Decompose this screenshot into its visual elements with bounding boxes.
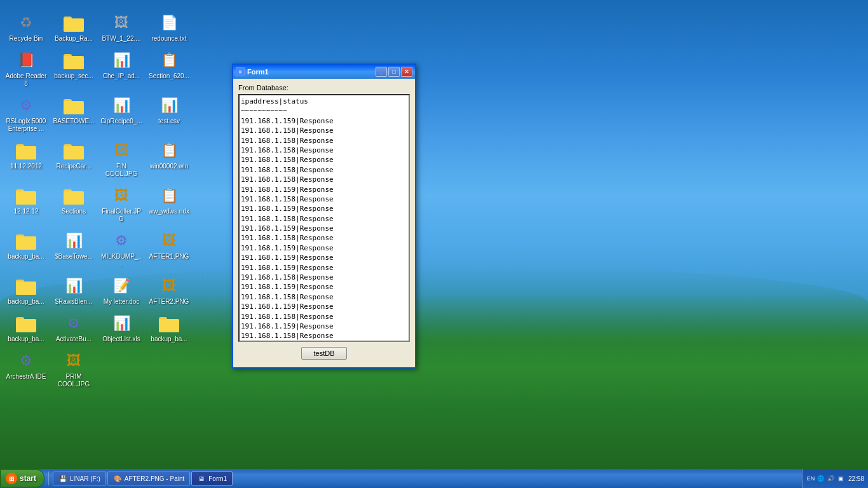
icon-folder [16, 313, 36, 334]
icon-label-milkdump: MILKDUMP_... [100, 253, 142, 268]
desktop-icon-btw-1-22[interactable]: 🖼BTW_1_22.... [98, 10, 144, 46]
list-item: 191.168.1.158|Response [241, 331, 407, 341]
desktop-icon-after1-png[interactable]: 🖼AFTER1.PNG [146, 227, 192, 271]
desktop-icon-basetowe[interactable]: BASETOWE... [51, 92, 97, 136]
desktop-icon-activatebu[interactable]: ⚙ActivateBu... [51, 310, 97, 346]
taskbar-divider [48, 471, 49, 485]
desktop-icon-section-620[interactable]: 📋Section_620... [146, 47, 192, 91]
desktop-icon-objectlist[interactable]: 📊ObjectList.xls [98, 310, 144, 346]
icon-folder [64, 95, 84, 116]
icon-doc: 📋 [159, 140, 179, 161]
desktop-icon-win00002[interactable]: 📋win00002.win [146, 137, 192, 181]
desktop-icon-ciprecipe0[interactable]: 📊CipRecipe0_... [98, 92, 144, 136]
tray-icons: EN 🌐 🔊 ▣ [806, 474, 846, 483]
desktop-icon-backup-ba2[interactable]: backup_ba... [3, 273, 49, 309]
list-item: 191.168.1.159|Response [241, 253, 407, 262]
icon-label-che-ip-ad: Che_IP_ad... [103, 72, 140, 80]
icon-label-backup-ba4: backup_ba... [151, 336, 187, 343]
maximize-button[interactable]: □ [388, 67, 400, 77]
volume-icon: 🔊 [827, 474, 836, 483]
list-item: 191.168.1.159|Response [241, 204, 407, 214]
icon-img: 🖼 [111, 186, 132, 206]
icon-xls: 📊 [64, 231, 84, 251]
list-item: 191.168.1.158|Response [241, 146, 407, 155]
icon-pdf: 📕 [16, 50, 36, 71]
icon-doc: 📋 [159, 50, 179, 71]
icon-label-backup-ba3: backup_ba... [8, 336, 44, 343]
desktop-icon-backup-sec[interactable]: backup_sec... [51, 47, 97, 91]
list-item: 191.168.1.158|Response [241, 312, 407, 322]
desktop-icon-backup-ra[interactable]: Backup_Ra... [51, 10, 97, 46]
icon-xls: 📊 [111, 50, 132, 71]
icon-label-redounce: redounce.txt [151, 35, 186, 43]
list-item: 191.168.1.158|Response [241, 214, 407, 224]
icon-xls: 📊 [111, 313, 132, 334]
desktop-icon-backup-ba1[interactable]: backup_ba... [3, 227, 49, 271]
icon-label-11-12-2012: 11.12.2012 [10, 163, 42, 170]
icon-label-recipecar: RecipeCar... [56, 163, 91, 170]
desktop-icons: ♻Recycle Bin Backup_Ra...🖼BTW_1_22....📄r… [0, 6, 197, 464]
desktop-icon-test-csv[interactable]: 📊test.csv [146, 92, 192, 136]
desktop-icon-sections[interactable]: Sections [51, 182, 97, 226]
desktop-icon-rawsblen[interactable]: 📊$RawsBlen... [51, 273, 97, 309]
desktop-icon-ww-wdws[interactable]: 📋ww_wdws.ndx [146, 182, 192, 226]
taskbar: ⊞ start 💾LINAR (F:)🎨AFTER2.PNG - Paint🖥F… [0, 469, 868, 488]
desktop-icon-arcHestra[interactable]: ⚙ArchestrA IDE [3, 348, 49, 391]
taskbar-item-linar[interactable]: 💾LINAR (F:) [53, 471, 106, 485]
taskbar-item-form1[interactable]: 🖥Form1 [191, 471, 233, 485]
tray-time: 22:58 [848, 475, 864, 482]
icon-label-recycle-bin: Recycle Bin [10, 35, 43, 43]
desktop-icon-recycle-bin[interactable]: ♻Recycle Bin [3, 10, 49, 46]
desktop-icon-milkdump[interactable]: ⚙MILKDUMP_... [98, 227, 144, 271]
dialog-content: From Database: ipaddress|status~~~~~~~~~… [233, 79, 415, 367]
close-button[interactable]: ✕ [401, 67, 412, 77]
title-bar[interactable]: ■ Form1 _ □ ✕ [233, 65, 415, 79]
list-item: 191.168.1.159|Response [241, 341, 407, 342]
list-item: 191.168.1.159|Response [241, 263, 407, 273]
icon-label-backup-ba1: backup_ba... [8, 253, 44, 261]
svg-rect-8 [64, 101, 84, 114]
icon-txt: 📄 [159, 13, 179, 33]
icon-img: 🖼 [159, 276, 179, 296]
icon-label-basetowe: BASETOWE... [53, 118, 95, 125]
desktop-icon-backup-ba3[interactable]: backup_ba... [3, 310, 49, 346]
testdb-button[interactable]: testDB [301, 347, 346, 360]
desktop-icon-redounce[interactable]: 📄redounce.txt [146, 10, 192, 46]
desktop-icon-che-ip-ad[interactable]: 📊Che_IP_ad... [98, 47, 144, 91]
list-item: 191.168.1.159|Response [241, 243, 407, 253]
icon-doc: 📋 [159, 186, 179, 206]
list-item: 191.168.1.158|Response [241, 175, 407, 184]
svg-rect-29 [16, 319, 36, 332]
icon-label-adobe-reader: Adobe Reader 8 [5, 72, 47, 88]
svg-rect-26 [16, 281, 36, 295]
desktop-icon-finalcoller[interactable]: 🖼FinalColler.JPG [98, 182, 144, 226]
start-button[interactable]: ⊞ start [0, 470, 44, 487]
data-listbox[interactable]: ipaddress|status~~~~~~~~~~~191.168.1.159… [238, 94, 410, 342]
icon-folder [64, 50, 84, 71]
svg-rect-20 [64, 191, 84, 205]
desktop-icon-rslogix[interactable]: ⚙RSLogix 5000 Enterprise ... [3, 92, 49, 136]
desktop-icon-basetowei[interactable]: 📊$BaseTowe... [51, 227, 97, 271]
minimize-button[interactable]: _ [376, 67, 387, 77]
desktop-icon-11-12-2012[interactable]: 11.12.2012 [3, 137, 49, 181]
svg-rect-32 [159, 319, 179, 332]
desktop-icon-fin-cool[interactable]: 🖼FIN COOL.JPG [98, 137, 144, 181]
icon-xls: 📊 [111, 95, 132, 116]
desktop-icon-after2-png[interactable]: 🖼AFTER2.PNG [146, 273, 192, 309]
desktop-icon-12-12-12[interactable]: 12.12.12 [3, 182, 49, 226]
desktop-icon-prim-cool[interactable]: 🖼PRIM COOL.JPG [51, 348, 97, 391]
desktop-icon-backup-ba4[interactable]: backup_ba... [146, 310, 192, 346]
icon-label-after1-png: AFTER1.PNG [149, 253, 189, 261]
icon-label-prim-cool: PRIM COOL.JPG [53, 373, 95, 388]
taskbar-item-after2-paint[interactable]: 🎨AFTER2.PNG - Paint [107, 471, 190, 485]
desktop-icon-adobe-reader[interactable]: 📕Adobe Reader 8 [3, 47, 49, 91]
desktop-icon-my-letter[interactable]: 📝My letter.doc [98, 273, 144, 309]
list-item: ipaddress|status [241, 97, 407, 106]
svg-rect-5 [64, 56, 84, 69]
icon-img: 🖼 [64, 351, 84, 371]
start-label: start [20, 474, 36, 483]
icon-label-activatebu: ActivateBu... [56, 336, 92, 343]
desktop-icon-recipecar[interactable]: RecipeCar... [51, 137, 97, 181]
icon-file-img: 🖼 [111, 13, 132, 33]
list-item: 191.168.1.159|Response [241, 116, 407, 126]
